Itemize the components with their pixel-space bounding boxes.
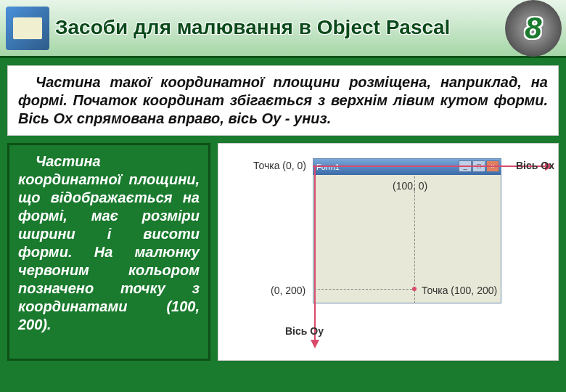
origin-label: Точка (0, 0): [253, 160, 306, 171]
guide-line-vertical: [414, 176, 415, 303]
paragraph-1-text: Частина такої координатної площини розмі…: [18, 74, 548, 126]
axis-y-label: Вісь Oy: [285, 325, 324, 337]
paragraph-2: Частина координатної площини, що відобра…: [7, 143, 210, 361]
slide-header: Засоби для малювання в Object Pascal 8: [0, 0, 566, 58]
lower-section: Частина координатної площини, що відобра…: [7, 143, 559, 361]
slide-title: Засоби для малювання в Object Pascal: [49, 16, 505, 39]
axis-x-label: Вісь Ox: [516, 160, 554, 171]
paragraph-2-text: Частина координатної площини, що відобра…: [18, 153, 200, 332]
highlighted-point: [412, 287, 417, 291]
window-titlebar: Form1 _ □ ×: [313, 159, 501, 175]
y200-label: (0, 200): [271, 285, 305, 296]
coordinate-diagram: Form1 _ □ × Точка (0, 0) (100, 0) (0, 20…: [218, 143, 559, 361]
guide-line-horizontal: [314, 289, 416, 290]
point-label: Точка (100, 200): [422, 285, 497, 296]
window-title-text: Form1: [316, 163, 340, 171]
computer-icon: [6, 7, 49, 50]
slide-number-badge: 8: [505, 0, 562, 57]
y-axis-arrow: [314, 166, 316, 347]
paragraph-1: Частина такої координатної площини розмі…: [7, 65, 559, 136]
slide-number: 8: [525, 11, 541, 46]
x100-label: (100, 0): [393, 180, 427, 192]
